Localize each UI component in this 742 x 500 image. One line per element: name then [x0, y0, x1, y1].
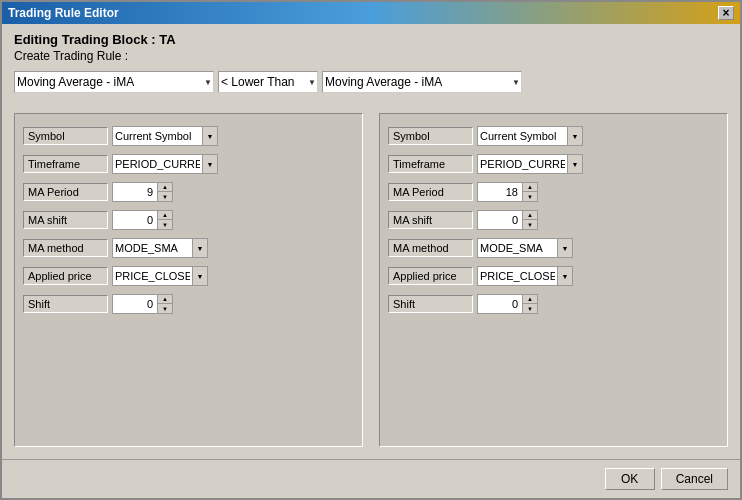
- left-ma-shift-buttons: ▲ ▼: [157, 210, 173, 230]
- condition-select[interactable]: < Lower Than > Greater Than = Equal To: [218, 71, 318, 93]
- right-panel: Symbol Current Symbol ▼ Timeframe PERIOD…: [379, 113, 728, 447]
- left-panel: Symbol Current Symbol ▼ Timeframe PERIOD…: [14, 113, 363, 447]
- left-applied-price-select[interactable]: PRICE_CLOSE: [112, 266, 192, 286]
- right-shift-input[interactable]: [477, 294, 522, 314]
- left-symbol-row: Symbol Current Symbol ▼: [23, 126, 354, 146]
- right-timeframe-select[interactable]: PERIOD_CURRENT: [477, 154, 567, 174]
- left-applied-price-select-wrapper: PRICE_CLOSE ▼: [112, 266, 208, 286]
- right-ma-period-spinner: ▲ ▼: [477, 182, 538, 202]
- right-shift-label: Shift: [388, 295, 473, 313]
- right-indicator-wrapper: Moving Average - iMA: [322, 71, 522, 93]
- left-applied-price-arrow[interactable]: ▼: [192, 266, 208, 286]
- left-symbol-label: Symbol: [23, 127, 108, 145]
- left-indicator-select[interactable]: Moving Average - iMA: [14, 71, 214, 93]
- left-indicator-wrapper: Moving Average - iMA: [14, 71, 214, 93]
- right-symbol-select[interactable]: Current Symbol: [477, 126, 567, 146]
- left-ma-shift-spinner: ▲ ▼: [112, 210, 173, 230]
- right-applied-price-arrow[interactable]: ▼: [557, 266, 573, 286]
- right-applied-price-select-wrapper: PRICE_CLOSE ▼: [477, 266, 573, 286]
- left-shift-spinner: ▲ ▼: [112, 294, 173, 314]
- left-shift-input[interactable]: [112, 294, 157, 314]
- left-ma-period-row: MA Period ▲ ▼: [23, 182, 354, 202]
- left-ma-period-spinner: ▲ ▼: [112, 182, 173, 202]
- condition-wrapper: < Lower Than > Greater Than = Equal To: [218, 71, 318, 93]
- left-symbol-select[interactable]: Current Symbol: [112, 126, 202, 146]
- right-shift-row: Shift ▲ ▼: [388, 294, 719, 314]
- right-ma-period-label: MA Period: [388, 183, 473, 201]
- left-timeframe-row: Timeframe PERIOD_CURRENT ▼: [23, 154, 354, 174]
- right-timeframe-select-wrapper: PERIOD_CURRENT ▼: [477, 154, 583, 174]
- close-button[interactable]: ×: [718, 6, 734, 20]
- right-ma-method-select[interactable]: MODE_SMA: [477, 238, 557, 258]
- left-ma-period-label: MA Period: [23, 183, 108, 201]
- right-applied-price-row: Applied price PRICE_CLOSE ▼: [388, 266, 719, 286]
- right-ma-method-row: MA method MODE_SMA ▼: [388, 238, 719, 258]
- right-ma-shift-up[interactable]: ▲: [523, 211, 537, 220]
- window-title: Trading Rule Editor: [8, 6, 119, 20]
- right-ma-period-row: MA Period ▲ ▼: [388, 182, 719, 202]
- right-ma-shift-down[interactable]: ▼: [523, 220, 537, 229]
- right-timeframe-arrow[interactable]: ▼: [567, 154, 583, 174]
- right-shift-up[interactable]: ▲: [523, 295, 537, 304]
- left-timeframe-select[interactable]: PERIOD_CURRENT: [112, 154, 202, 174]
- left-shift-up[interactable]: ▲: [158, 295, 172, 304]
- panels-container: Symbol Current Symbol ▼ Timeframe PERIOD…: [14, 109, 728, 451]
- right-ma-method-select-wrapper: MODE_SMA ▼: [477, 238, 573, 258]
- left-timeframe-label: Timeframe: [23, 155, 108, 173]
- left-ma-method-label: MA method: [23, 239, 108, 257]
- left-ma-shift-input[interactable]: [112, 210, 157, 230]
- right-ma-period-down[interactable]: ▼: [523, 192, 537, 201]
- left-ma-method-select-wrapper: MODE_SMA ▼: [112, 238, 208, 258]
- right-timeframe-label: Timeframe: [388, 155, 473, 173]
- left-ma-shift-row: MA shift ▲ ▼: [23, 210, 354, 230]
- editing-title: Editing Trading Block : TA: [14, 32, 728, 47]
- right-timeframe-row: Timeframe PERIOD_CURRENT ▼: [388, 154, 719, 174]
- right-indicator-select[interactable]: Moving Average - iMA: [322, 71, 522, 93]
- create-rule-label: Create Trading Rule :: [14, 49, 728, 63]
- left-ma-method-arrow[interactable]: ▼: [192, 238, 208, 258]
- cancel-button[interactable]: Cancel: [661, 468, 728, 490]
- title-bar: Trading Rule Editor ×: [2, 2, 740, 24]
- right-ma-period-up[interactable]: ▲: [523, 183, 537, 192]
- right-shift-buttons: ▲ ▼: [522, 294, 538, 314]
- left-applied-price-label: Applied price: [23, 267, 108, 285]
- content-area: Editing Trading Block : TA Create Tradin…: [2, 24, 740, 459]
- right-ma-period-buttons: ▲ ▼: [522, 182, 538, 202]
- left-ma-shift-up[interactable]: ▲: [158, 211, 172, 220]
- right-ma-shift-spinner: ▲ ▼: [477, 210, 538, 230]
- left-ma-method-select[interactable]: MODE_SMA: [112, 238, 192, 258]
- left-timeframe-arrow[interactable]: ▼: [202, 154, 218, 174]
- right-symbol-arrow[interactable]: ▼: [567, 126, 583, 146]
- right-ma-shift-input[interactable]: [477, 210, 522, 230]
- left-ma-period-buttons: ▲ ▼: [157, 182, 173, 202]
- right-shift-spinner: ▲ ▼: [477, 294, 538, 314]
- trading-rule-editor-window: Trading Rule Editor × Editing Trading Bl…: [0, 0, 742, 500]
- left-ma-period-input[interactable]: [112, 182, 157, 202]
- left-shift-down[interactable]: ▼: [158, 304, 172, 313]
- right-applied-price-label: Applied price: [388, 267, 473, 285]
- right-symbol-row: Symbol Current Symbol ▼: [388, 126, 719, 146]
- ok-button[interactable]: OK: [605, 468, 655, 490]
- right-symbol-select-wrapper: Current Symbol ▼: [477, 126, 583, 146]
- left-timeframe-select-wrapper: PERIOD_CURRENT ▼: [112, 154, 218, 174]
- left-shift-buttons: ▲ ▼: [157, 294, 173, 314]
- top-condition-row: Moving Average - iMA < Lower Than > Grea…: [14, 71, 728, 93]
- left-shift-label: Shift: [23, 295, 108, 313]
- left-ma-period-down[interactable]: ▼: [158, 192, 172, 201]
- left-applied-price-row: Applied price PRICE_CLOSE ▼: [23, 266, 354, 286]
- right-applied-price-select[interactable]: PRICE_CLOSE: [477, 266, 557, 286]
- right-ma-method-arrow[interactable]: ▼: [557, 238, 573, 258]
- right-ma-shift-label: MA shift: [388, 211, 473, 229]
- right-ma-shift-row: MA shift ▲ ▼: [388, 210, 719, 230]
- left-ma-method-row: MA method MODE_SMA ▼: [23, 238, 354, 258]
- left-symbol-arrow[interactable]: ▼: [202, 126, 218, 146]
- right-shift-down[interactable]: ▼: [523, 304, 537, 313]
- right-ma-period-input[interactable]: [477, 182, 522, 202]
- left-symbol-select-wrapper: Current Symbol ▼: [112, 126, 218, 146]
- left-shift-row: Shift ▲ ▼: [23, 294, 354, 314]
- left-ma-shift-label: MA shift: [23, 211, 108, 229]
- left-ma-period-up[interactable]: ▲: [158, 183, 172, 192]
- right-symbol-label: Symbol: [388, 127, 473, 145]
- bottom-bar: OK Cancel: [2, 459, 740, 498]
- left-ma-shift-down[interactable]: ▼: [158, 220, 172, 229]
